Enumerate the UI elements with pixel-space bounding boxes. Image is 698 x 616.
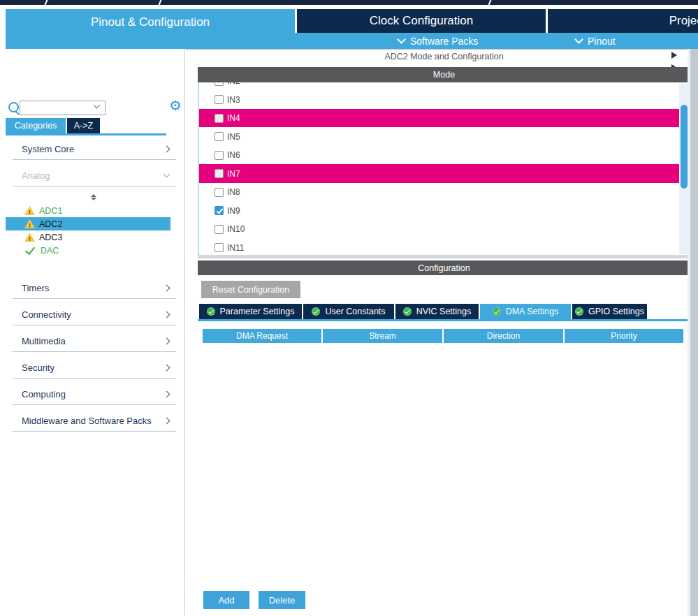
tab-dma-settings[interactable]: DMA Settings [480,304,571,319]
channel-row-in4[interactable]: IN4 [199,109,679,128]
peripheral-item-dac[interactable]: DAC [6,244,170,257]
peripheral-item-adc3[interactable]: ADC3 [6,230,170,244]
channel-row-in10[interactable]: IN10 [199,220,679,239]
channel-row-in9[interactable]: IN9 [199,201,679,220]
tab-label: Clock Configuration [370,14,473,28]
category-row-inner: Security [13,357,176,379]
tab-categories[interactable]: Categories [6,118,66,133]
category-row-inner: Multimedia [13,330,176,352]
collapse-panel-icon[interactable] [671,52,677,59]
sidebar-item-security[interactable]: Security [0,357,185,383]
pinout-menu[interactable]: Pinout [576,33,616,49]
channel-row-in2[interactable]: IN2 [199,82,679,90]
checkbox[interactable] [215,82,224,86]
gear-icon[interactable]: ⚙ [169,98,182,113]
checkbox[interactable] [215,95,224,104]
sidebar-item-system-core[interactable]: System Core [0,138,185,165]
scroll-spinner-icon[interactable] [91,193,185,204]
tab-label: DMA Settings [506,307,559,316]
channel-row-in7[interactable]: IN7 [199,164,679,183]
channel-row-in6[interactable]: IN6 [199,146,679,165]
chevron-right-icon [163,364,170,371]
column-header-dma-request: DMA Request [203,329,321,343]
sidebar-item-connectivity[interactable]: Connectivity [0,304,185,330]
channel-list: IN2IN3IN4IN5IN6IN7IN8IN9IN10IN11 [198,82,690,255]
tab-project-manager[interactable]: Project Manager [548,9,698,33]
page-title: ADC2 Mode and Configuration [198,52,690,61]
peripheral-item-adc1[interactable]: ADC1 [6,204,170,217]
checkbox[interactable] [215,188,224,197]
checkbox[interactable] [215,225,224,234]
ok-badge-icon [312,307,320,316]
category-label: Timers [22,283,164,293]
checkbox-checked[interactable] [215,206,224,215]
checkbox[interactable] [215,243,224,252]
column-header-stream: Stream [323,329,442,343]
sidebar-item-computing[interactable]: Computing [0,383,185,410]
configuration-section-header: Configuration [198,261,690,275]
checkbox[interactable] [215,169,224,178]
category-row-inner: Timers [13,277,176,299]
channel-row-in11[interactable]: IN11 [199,238,679,255]
category-label: Multimedia [22,336,164,346]
category-row-inner: Computing [13,383,176,405]
chevron-right-icon [163,311,170,318]
tab-parameter-settings[interactable]: Parameter Settings [199,304,302,319]
sidebar-item-analog[interactable]: Analog [0,165,185,191]
active-settings-tab-underline [198,319,690,321]
chevron-right-icon [163,417,170,424]
sidebar-item-timers[interactable]: Timers [0,277,185,304]
tab-gpio-settings[interactable]: GPIO Settings [572,304,647,319]
category-row-inner: Middleware and Software Packs [13,410,176,432]
search-input[interactable] [20,101,106,115]
ok-badge-icon [575,307,583,316]
tab-label: Categories [15,121,57,131]
search-icon [8,102,19,112]
channel-label: IN10 [227,224,245,234]
peripheral-label: ADC3 [39,233,62,242]
checkbox[interactable] [215,132,224,141]
category-row-inner: System Core [13,138,176,160]
chevron-down-icon [163,170,170,177]
window-scrollbar[interactable] [690,49,698,616]
sidebar-item-multimedia[interactable]: Multimedia [0,330,185,357]
horizontal-scrollbar[interactable] [198,255,690,258]
checkbox[interactable] [215,114,224,123]
channel-row-in8[interactable]: IN8 [199,183,679,202]
category-label: Connectivity [22,309,164,320]
column-header-priority: Priority [565,329,683,343]
tab-nvic-settings[interactable]: NVIC Settings [395,304,479,319]
chevron-right-icon [163,145,170,152]
triangle-up-icon [91,194,96,197]
ok-badge-icon [403,307,412,316]
tab-a-to-z[interactable]: A->Z [67,118,100,133]
category-list: System CoreAnalogADC1ADC2ADC3DACTimersCo… [0,138,185,437]
tab-pinout-configuration[interactable]: Pinout & Configuration [6,9,295,49]
add-button[interactable]: Add [203,591,249,609]
scrollbar-thumb[interactable] [681,105,688,189]
channel-label: IN2 [227,82,240,86]
divider [44,0,48,6]
ok-badge-icon [207,307,215,316]
channel-row-in5[interactable]: IN5 [199,127,679,146]
settings-tab-bar: Parameter SettingsUser ConstantsNVIC Set… [199,304,648,319]
sidebar-item-middleware-and-software-packs[interactable]: Middleware and Software Packs [0,410,185,437]
chevron-right-icon [163,337,170,344]
chevron-right-icon [163,390,170,397]
delete-button[interactable]: Delete [259,591,305,609]
tab-user-constants[interactable]: User Constants [303,304,394,319]
tab-clock-configuration[interactable]: Clock Configuration [297,9,546,33]
reset-configuration-button[interactable]: Reset Configuration [201,281,300,298]
checkbox[interactable] [215,151,224,160]
peripheral-item-adc2[interactable]: ADC2 [6,217,170,230]
dma-table-header: DMA RequestStreamDirectionPriority [203,329,683,343]
warning-icon [24,219,35,228]
channel-row-in3[interactable]: IN3 [199,90,679,109]
divider [488,0,492,6]
software-packs-menu[interactable]: Software Packs [398,33,478,49]
panel-top-border [186,49,698,50]
stm32cubemx-window: Pinout & Configuration Clock Configurati… [0,0,698,616]
peripheral-label: ADC2 [39,219,62,229]
tab-label: NVIC Settings [416,307,472,316]
chevron-down-icon [574,35,583,44]
